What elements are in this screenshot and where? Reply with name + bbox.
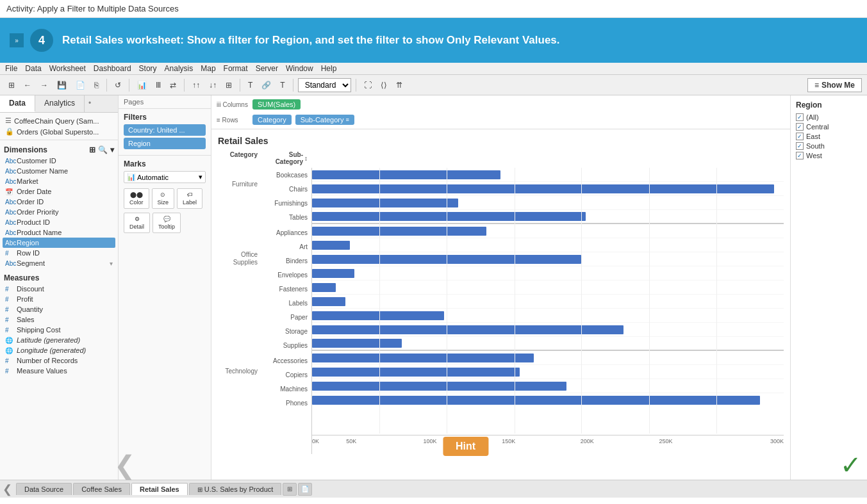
tab-retail-sales[interactable]: Retail Sales xyxy=(131,483,188,495)
grid-view-icon[interactable]: ⊞ xyxy=(89,145,95,154)
toolbar-fit[interactable]: ⛶ xyxy=(361,79,375,92)
region-central[interactable]: Central xyxy=(796,123,862,131)
field-measure-values[interactable]: # Measure Values xyxy=(3,366,115,376)
marks-type-dropdown[interactable]: 📊 Automatic ▾ xyxy=(124,171,206,183)
nav-prev-arrow[interactable]: ❮ xyxy=(3,482,12,496)
marks-tooltip-btn[interactable]: 💬 Tooltip xyxy=(153,213,181,233)
toolbar-share2[interactable]: ⇈ xyxy=(393,79,406,92)
rows-category-pill[interactable]: Category xyxy=(252,115,292,125)
region-east-checkbox[interactable] xyxy=(796,133,804,140)
tab-analytics[interactable]: Analytics xyxy=(35,95,85,112)
menu-story[interactable]: Story xyxy=(139,64,157,73)
menu-help[interactable]: Help xyxy=(321,64,337,73)
menu-file[interactable]: File xyxy=(5,64,17,73)
bottom-new-sheet-btn[interactable]: 📄 xyxy=(298,483,312,496)
field-longitude[interactable]: 🌐 Longitude (generated) xyxy=(3,345,115,355)
data-source-coffeechain[interactable]: ☰ CoffeeChain Query (Sam... xyxy=(3,115,115,126)
sort-icon[interactable]: ↕ xyxy=(304,155,308,162)
field-shipping-cost[interactable]: # Shipping Cost xyxy=(3,325,115,335)
add-icon[interactable]: ▾ xyxy=(110,145,114,154)
tab-data-source[interactable]: Data Source xyxy=(16,483,72,495)
tab-coffee-sales[interactable]: Coffee Sales xyxy=(73,483,130,495)
office-supplies-category-label: OfficeSupplies xyxy=(218,225,261,352)
toolbar-tooltip[interactable]: T xyxy=(277,79,288,92)
marks-color-btn[interactable]: ⬤⬤ Color xyxy=(124,188,149,209)
measures-header: Measures xyxy=(3,271,115,284)
field-quantity[interactable]: # Quantity xyxy=(3,304,115,314)
marks-detail-btn[interactable]: ⚙ Detail xyxy=(124,213,150,233)
region-all[interactable]: (All) xyxy=(796,113,862,121)
field-customer-name[interactable]: Abc Customer Name xyxy=(3,166,115,176)
copiers-label: Copiers xyxy=(261,371,311,378)
toolbar-new[interactable]: 📄 xyxy=(72,79,88,92)
toolbar-forward[interactable]: → xyxy=(37,79,51,92)
field-order-id[interactable]: Abc Order ID xyxy=(3,197,115,207)
toolbar-grid-icon[interactable]: ⊞ xyxy=(5,79,18,92)
toolbar-share[interactable]: ⟨⟩ xyxy=(377,79,390,92)
field-num-records[interactable]: # Number of Records xyxy=(3,355,115,366)
toolbar-sep-1 xyxy=(106,79,107,92)
toolbar-link[interactable]: 🔗 xyxy=(258,79,274,92)
toolbar-sort-desc[interactable]: ↓↑ xyxy=(206,79,220,92)
pages-section: Pages xyxy=(119,95,211,109)
field-market[interactable]: Abc Market xyxy=(3,176,115,186)
menu-map[interactable]: Map xyxy=(201,64,215,73)
region-east[interactable]: East xyxy=(796,133,862,140)
order-id-label: Order ID xyxy=(17,198,44,206)
filter-country-label: Country: United ... xyxy=(128,126,185,134)
marks-label-btn[interactable]: 🏷 Label xyxy=(177,188,202,209)
field-segment[interactable]: Abc Segment ▾ xyxy=(3,258,115,268)
show-me-button[interactable]: ≡ Show Me xyxy=(807,78,862,92)
hint-button[interactable]: Hint xyxy=(443,437,488,456)
toolbar-back[interactable]: ← xyxy=(21,79,35,92)
nav-left-arrow[interactable]: ❮ xyxy=(114,450,136,480)
field-region[interactable]: Abc Region xyxy=(3,238,115,248)
bottom-add-tab-btn[interactable]: ⊞ xyxy=(283,483,297,496)
nav-right-checkmark[interactable]: ✓ xyxy=(840,450,862,480)
toolbar-duplicate[interactable]: ⎘ xyxy=(91,79,102,92)
menu-format[interactable]: Format xyxy=(224,64,248,73)
marks-size-btn[interactable]: ⊙ Size xyxy=(152,188,175,209)
toolbar-sort-asc[interactable]: ↑↑ xyxy=(189,79,203,92)
menu-analysis[interactable]: Analysis xyxy=(165,64,194,73)
field-order-date[interactable]: 📅 Order Date xyxy=(3,186,115,197)
field-product-name[interactable]: Abc Product Name xyxy=(3,227,115,238)
standard-dropdown[interactable]: Standard xyxy=(298,78,351,92)
toolbar-group[interactable]: ⊞ xyxy=(222,79,235,92)
data-source-orders[interactable]: 🔒 Orders (Global Supersto... xyxy=(3,126,115,137)
tab-us-sales[interactable]: ⊞ U.S. Sales by Product xyxy=(189,483,282,495)
field-sales[interactable]: # Sales xyxy=(3,314,115,325)
toolbar-text[interactable]: Ⅲ xyxy=(153,79,164,92)
field-order-priority[interactable]: Abc Order Priority xyxy=(3,207,115,217)
field-latitude[interactable]: 🌐 Latitude (generated) xyxy=(3,335,115,345)
region-west[interactable]: West xyxy=(796,152,862,159)
rows-subcategory-pill[interactable]: Sub-Category ≡ xyxy=(295,115,354,125)
search-icon[interactable]: 🔍 xyxy=(98,145,108,154)
filter-country[interactable]: Country: United ... xyxy=(124,124,206,136)
menu-server[interactable]: Server xyxy=(256,64,278,73)
region-west-checkbox[interactable] xyxy=(796,152,804,159)
field-row-id[interactable]: # Row ID xyxy=(3,248,115,258)
region-central-checkbox[interactable] xyxy=(796,123,804,131)
tab-data[interactable]: Data xyxy=(0,95,35,112)
menu-dashboard[interactable]: Dashboard xyxy=(94,64,131,73)
toolbar-chart-type[interactable]: 📊 xyxy=(134,79,150,92)
toolbar-text2[interactable]: T xyxy=(245,79,256,92)
region-south[interactable]: South xyxy=(796,142,862,150)
menu-data[interactable]: Data xyxy=(25,64,41,73)
toolbar-save[interactable]: 💾 xyxy=(54,79,70,92)
menu-window[interactable]: Window xyxy=(286,64,313,73)
field-profit[interactable]: # Profit xyxy=(3,294,115,304)
field-discount[interactable]: # Discount xyxy=(3,284,115,294)
toolbar-refresh[interactable]: ↺ xyxy=(111,79,124,92)
region-all-checkbox[interactable] xyxy=(796,113,804,121)
collapse-button[interactable]: » xyxy=(10,33,24,47)
toolbar-swap[interactable]: ⇄ xyxy=(167,79,179,92)
menu-worksheet[interactable]: Worksheet xyxy=(49,64,86,73)
field-customer-id[interactable]: Abc Customer ID xyxy=(3,156,115,166)
region-south-checkbox[interactable] xyxy=(796,142,804,150)
columns-sum-sales-pill[interactable]: SUM(Sales) xyxy=(252,99,301,110)
field-product-id[interactable]: Abc Product ID xyxy=(3,217,115,227)
filter-region[interactable]: Region xyxy=(124,138,206,149)
panel-tab-options[interactable]: • xyxy=(85,95,95,112)
